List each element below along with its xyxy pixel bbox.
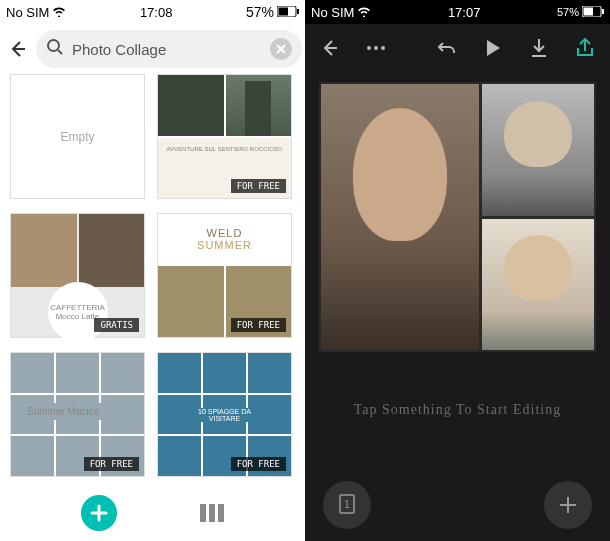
- template-grid: Empty AVVENTURE SUL SENTIERO ROCCIOSO FO…: [0, 74, 305, 485]
- search-input[interactable]: [72, 41, 262, 58]
- collage-cell[interactable]: [482, 219, 595, 351]
- template-item[interactable]: Summer Macica FOR FREE: [10, 352, 145, 477]
- collage-cell[interactable]: [321, 84, 479, 350]
- search-icon: [46, 38, 64, 60]
- template-label: SUMMER: [197, 239, 252, 251]
- grid-view-button[interactable]: [200, 504, 224, 522]
- clear-search-button[interactable]: [270, 38, 292, 60]
- wifi-icon: [357, 5, 371, 20]
- editor-hint: Tap Something To Start Editing: [305, 402, 610, 418]
- svg-rect-1: [278, 7, 288, 15]
- share-button[interactable]: [574, 37, 596, 59]
- template-item[interactable]: AVVENTURE SUL SENTIERO ROCCIOSO FOR FREE: [157, 74, 292, 199]
- clock: 17:08: [140, 5, 173, 20]
- undo-button[interactable]: [436, 37, 458, 59]
- battery-icon: [582, 5, 604, 20]
- clock: 17:07: [448, 5, 481, 20]
- carrier-label: No SIM: [6, 5, 49, 20]
- search-field[interactable]: [36, 30, 302, 68]
- free-badge: FOR FREE: [84, 457, 139, 471]
- pages-button[interactable]: 1: [323, 481, 371, 529]
- editor-toolbar: [305, 24, 610, 72]
- back-button[interactable]: [319, 37, 341, 59]
- bottom-nav: [0, 485, 305, 541]
- template-empty[interactable]: Empty: [10, 74, 145, 199]
- editor-bottom-bar: 1: [305, 481, 610, 529]
- template-item[interactable]: CAFFETTERIAMocco Latte GRATIS: [10, 213, 145, 338]
- search-header: [0, 24, 305, 74]
- status-bar: No SIM 17:08 57%: [0, 0, 305, 24]
- template-item[interactable]: 10 SPIAGGE DA VISITARE FOR FREE: [157, 352, 292, 477]
- battery-pct: 57%: [557, 6, 579, 18]
- template-label: 10 SPIAGGE DA VISITARE: [191, 408, 258, 422]
- wifi-icon: [52, 5, 66, 20]
- svg-rect-6: [602, 9, 604, 14]
- status-bar: No SIM 17:07 57%: [305, 0, 610, 24]
- play-button[interactable]: [482, 37, 504, 59]
- svg-rect-5: [583, 7, 593, 15]
- battery-icon: [277, 5, 299, 20]
- carrier-label: No SIM: [311, 5, 354, 20]
- battery-pct: 57%: [246, 4, 274, 20]
- collage-canvas[interactable]: [319, 82, 596, 352]
- svg-point-8: [374, 46, 378, 50]
- template-label: Empty: [60, 130, 94, 144]
- collage-cell[interactable]: [482, 84, 595, 216]
- svg-text:1: 1: [344, 499, 350, 510]
- more-button[interactable]: [365, 37, 387, 59]
- free-badge: FOR FREE: [231, 318, 286, 332]
- svg-point-9: [381, 46, 385, 50]
- add-button[interactable]: [81, 495, 117, 531]
- svg-rect-2: [297, 9, 299, 14]
- template-label: Summer Macica: [21, 403, 105, 420]
- free-badge: FOR FREE: [231, 179, 286, 193]
- back-button[interactable]: [8, 37, 28, 61]
- download-button[interactable]: [528, 37, 550, 59]
- free-badge: GRATIS: [94, 318, 139, 332]
- add-element-button[interactable]: [544, 481, 592, 529]
- template-item[interactable]: WELDSUMMER FOR FREE: [157, 213, 292, 338]
- template-label: Mocco Latte: [56, 312, 100, 321]
- svg-point-3: [48, 40, 59, 51]
- free-badge: FOR FREE: [231, 457, 286, 471]
- svg-point-7: [367, 46, 371, 50]
